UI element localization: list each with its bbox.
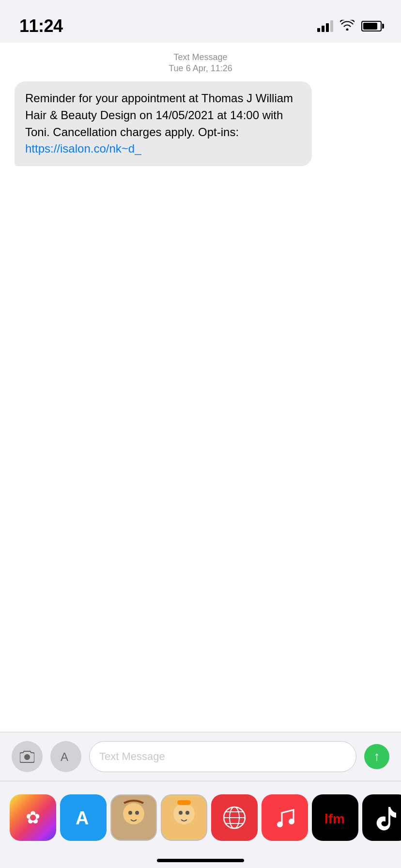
message-input-placeholder: Text Message [99, 750, 346, 763]
message-input-wrapper[interactable]: Text Message [89, 741, 356, 772]
message-link[interactable]: https://isalon.co/nk~d_ [25, 142, 141, 155]
send-button[interactable]: ↑ [364, 744, 389, 769]
status-time: 11:24 [19, 16, 63, 36]
dock-icon-tiktok[interactable] [362, 794, 401, 841]
dock-icon-search[interactable] [211, 794, 258, 841]
battery-icon [361, 21, 382, 31]
message-timestamp: Tue 6 Apr, 11:26 [15, 63, 386, 74]
svg-point-6 [135, 811, 139, 815]
messages-list: Text Message Tue 6 Apr, 11:26 Reminder f… [0, 43, 401, 176]
dock-icon-photos[interactable]: ✿ [10, 794, 56, 841]
svg-text:✿: ✿ [26, 807, 40, 827]
svg-point-9 [185, 811, 189, 815]
camera-button[interactable] [12, 741, 43, 772]
home-indicator [157, 859, 244, 862]
message-body: Reminder for your appointment at Thomas … [25, 92, 293, 139]
input-area: A Text Message ↑ [0, 732, 401, 781]
dock: ✿ A [0, 781, 401, 868]
signal-icon [317, 20, 333, 32]
svg-point-17 [289, 819, 294, 824]
message-type-label: Text Message [15, 52, 386, 62]
svg-text:A: A [61, 750, 68, 763]
dock-icon-memoji1[interactable] [110, 794, 157, 841]
dock-icon-memoji2[interactable] [161, 794, 207, 841]
send-arrow-icon: ↑ [374, 749, 380, 764]
dock-icon-appstore[interactable]: A [60, 794, 107, 841]
status-bar: 11:24 [0, 0, 401, 43]
dock-icon-music[interactable] [262, 794, 308, 841]
dock-icon-lastfm[interactable]: lfm [312, 794, 358, 841]
messages-area: Text Message Tue 6 Apr, 11:26 Reminder f… [0, 43, 401, 694]
message-meta: Text Message Tue 6 Apr, 11:26 [15, 52, 386, 74]
status-icons [317, 20, 382, 32]
wifi-icon [340, 20, 355, 32]
svg-text:A: A [76, 808, 89, 828]
message-bubble: Reminder for your appointment at Thomas … [15, 81, 312, 166]
svg-point-8 [179, 811, 183, 815]
svg-text:lfm: lfm [324, 811, 345, 826]
svg-point-16 [277, 822, 283, 827]
svg-point-5 [128, 811, 132, 815]
appstore-button[interactable]: A [50, 741, 81, 772]
svg-rect-10 [177, 800, 191, 805]
